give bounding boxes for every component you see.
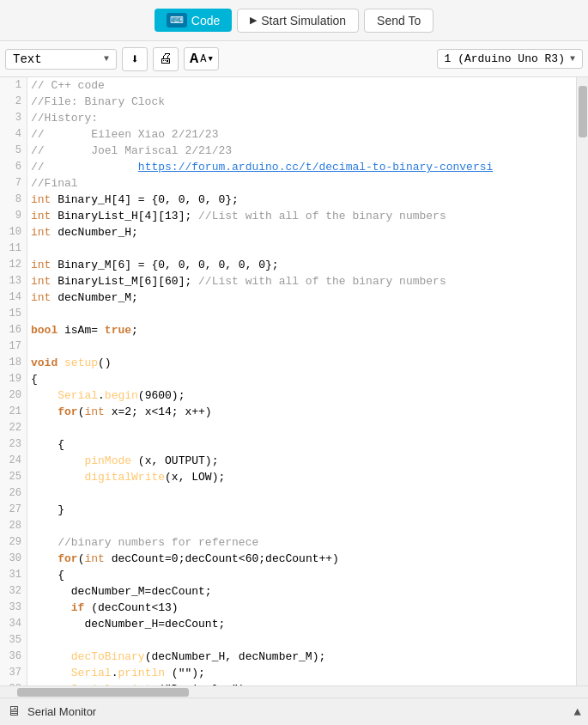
line-number: 23 <box>0 436 27 453</box>
line-number: 1 <box>0 77 27 94</box>
line-number: 10 <box>0 224 27 241</box>
code-line: if (decCount<13) <box>31 600 573 616</box>
line-number: 32 <box>0 583 27 600</box>
code-line <box>31 306 573 322</box>
line-number: 21 <box>0 404 27 420</box>
code-line: int BinaryList_H[4][13]; //List with all… <box>31 208 573 224</box>
code-line: for(int decCount=0;decCount<60;decCount+… <box>31 551 573 567</box>
code-line: // Joel Mariscal 2/21/23 <box>31 143 573 159</box>
editor-area: 1234567891011121314151617181920212223242… <box>0 77 588 685</box>
line-number: 5 <box>0 143 27 159</box>
line-number: 37 <box>0 665 27 681</box>
code-line: { <box>31 567 573 583</box>
line-number: 16 <box>0 322 27 338</box>
send-to-button[interactable]: Send To <box>364 9 433 33</box>
code-line: void setup() <box>31 355 573 371</box>
line-number: 17 <box>0 338 27 355</box>
code-line: pinMode (x, OUTPUT); <box>31 453 573 469</box>
line-number: 36 <box>0 649 27 665</box>
code-line: decToBinary(decNumber_H, decNumber_M); <box>31 649 573 665</box>
line-number: 3 <box>0 110 27 126</box>
code-line: decNumber_H=decCount; <box>31 616 573 632</box>
secondary-toolbar: Text ▼ ⬇ 🖨 A A ▼ 1 (Arduino Uno R3) ▼ <box>0 41 588 77</box>
code-line: //binary numbers for refernece <box>31 534 573 551</box>
line-number: 11 <box>0 241 27 257</box>
line-number: 14 <box>0 289 27 306</box>
text-select-arrow-icon: ▼ <box>104 54 109 64</box>
line-number: 19 <box>0 371 27 387</box>
line-number: 30 <box>0 551 27 567</box>
download-icon: ⬇ <box>130 51 139 68</box>
code-line: //History: <box>31 110 573 126</box>
line-number: 13 <box>0 273 27 289</box>
font-size-icon: A <box>190 51 198 67</box>
start-button-label: Start Simulation <box>261 14 346 27</box>
code-button[interactable]: ⌨ Code <box>155 9 232 32</box>
print-icon-button[interactable]: 🖨 <box>153 47 179 71</box>
line-number: 4 <box>0 126 27 143</box>
code-line <box>31 518 573 534</box>
board-select-dropdown[interactable]: 1 (Arduino Uno R3) ▼ <box>437 49 583 69</box>
line-number: 26 <box>0 485 27 502</box>
line-number: 20 <box>0 387 27 404</box>
line-number: 33 <box>0 600 27 616</box>
board-select-label: 1 (Arduino Uno R3) <box>445 52 565 65</box>
status-label: Serial Monitor <box>27 705 96 718</box>
code-line: int Binary_H[4] = {0, 0, 0, 0}; <box>31 192 573 208</box>
font-size-button[interactable]: A A ▼ <box>184 47 219 70</box>
start-simulation-button[interactable]: ▶ Start Simulation <box>237 9 359 33</box>
line-number: 6 <box>0 159 27 175</box>
code-line: } <box>31 502 573 518</box>
status-expand-icon[interactable]: ▲ <box>574 705 581 719</box>
send-button-label: Send To <box>377 14 421 27</box>
line-number: 15 <box>0 306 27 322</box>
code-line: int Binary_M[6] = {0, 0, 0, 0, 0, 0}; <box>31 257 573 273</box>
font-size-chevron-icon: ▼ <box>208 55 212 64</box>
code-line: Serial.begin(9600); <box>31 387 573 404</box>
line-number: 31 <box>0 567 27 583</box>
monitor-icon: 🖥 <box>7 704 21 720</box>
code-line <box>31 338 573 355</box>
horizontal-scroll-thumb[interactable] <box>17 688 189 697</box>
board-select-arrow-icon: ▼ <box>570 54 575 64</box>
code-line <box>31 485 573 502</box>
code-line: Serial.println (""); <box>31 665 573 681</box>
line-number: 18 <box>0 355 27 371</box>
code-line: int decNumber_H; <box>31 224 573 241</box>
status-bar: 🖥 Serial Monitor ▲ <box>0 698 588 725</box>
code-line: digitalWrite(x, LOW); <box>31 469 573 485</box>
line-number: 9 <box>0 208 27 224</box>
code-line: int decNumber_M; <box>31 289 573 306</box>
code-line: { <box>31 436 573 453</box>
horizontal-scrollbar[interactable] <box>0 685 588 698</box>
code-line: bool isAm= true; <box>31 322 573 338</box>
download-icon-button[interactable]: ⬇ <box>122 47 148 71</box>
font-size-small-icon: A <box>200 53 206 65</box>
code-content[interactable]: // C++ code//File: Binary Clock//History… <box>27 77 576 685</box>
line-number: 27 <box>0 502 27 518</box>
vertical-scroll-thumb[interactable] <box>579 86 587 137</box>
code-line <box>31 241 573 257</box>
code-line: int BinaryList_M[6][60]; //List with all… <box>31 273 573 289</box>
line-number: 35 <box>0 632 27 649</box>
code-button-label: Code <box>191 14 220 27</box>
text-select-dropdown[interactable]: Text ▼ <box>5 49 117 70</box>
line-number: 8 <box>0 192 27 208</box>
toolbar: ⌨ Code ▶ Start Simulation Send To <box>0 0 588 41</box>
code-line: decNumber_M=decCount; <box>31 583 573 600</box>
line-numbers: 1234567891011121314151617181920212223242… <box>0 77 27 685</box>
vertical-scrollbar[interactable] <box>576 77 588 685</box>
code-line: //Final <box>31 175 573 192</box>
code-line: // https://forum.arduino.cc/t/decimal-to… <box>31 159 573 175</box>
code-line <box>31 420 573 436</box>
code-line <box>31 632 573 649</box>
code-line: // C++ code <box>31 77 573 94</box>
text-select-label: Text <box>13 52 42 66</box>
line-number: 24 <box>0 453 27 469</box>
code-line: for(int x=2; x<14; x++) <box>31 404 573 420</box>
line-number: 2 <box>0 94 27 110</box>
code-line: //File: Binary Clock <box>31 94 573 110</box>
code-icon: ⌨ <box>167 13 187 27</box>
play-icon: ▶ <box>250 15 257 26</box>
line-number: 34 <box>0 616 27 632</box>
